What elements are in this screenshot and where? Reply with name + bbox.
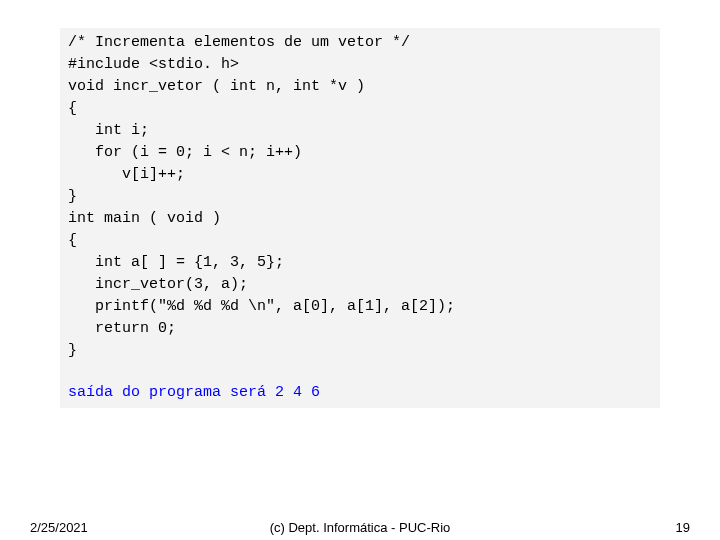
code-line: incr_vetor(3, a);	[68, 274, 652, 296]
code-line: }	[68, 340, 652, 362]
code-line: for (i = 0; i < n; i++)	[68, 142, 652, 164]
footer-page-number: 19	[676, 520, 690, 535]
code-line: /* Incrementa elementos de um vetor */	[68, 32, 652, 54]
code-line: v[i]++;	[68, 164, 652, 186]
output-line: saída do programa será 2 4 6	[68, 382, 652, 404]
code-line: }	[68, 186, 652, 208]
code-block: /* Incrementa elementos de um vetor */ #…	[60, 28, 660, 408]
code-line: int main ( void )	[68, 208, 652, 230]
code-line: {	[68, 230, 652, 252]
code-line: {	[68, 98, 652, 120]
code-line: return 0;	[68, 318, 652, 340]
code-line: int a[ ] = {1, 3, 5};	[68, 252, 652, 274]
code-line: printf("%d %d %d \n", a[0], a[1], a[2]);	[68, 296, 652, 318]
code-line: void incr_vetor ( int n, int *v )	[68, 76, 652, 98]
footer-copyright: (c) Dept. Informática - PUC-Rio	[0, 520, 720, 535]
code-line: #include <stdio. h>	[68, 54, 652, 76]
code-line: int i;	[68, 120, 652, 142]
